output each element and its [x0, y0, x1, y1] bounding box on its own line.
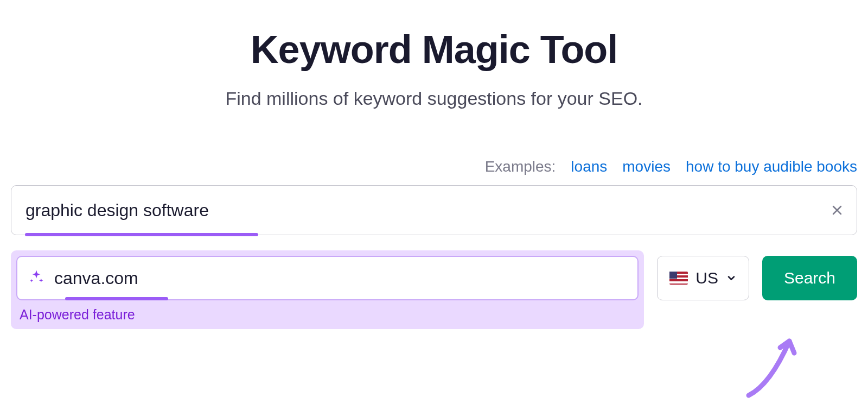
country-code: US	[695, 269, 718, 287]
search-button[interactable]: Search	[762, 256, 857, 300]
second-row: AI-powered feature US Search	[11, 250, 857, 329]
highlight-underline	[65, 297, 168, 300]
example-link-audible[interactable]: how to buy audible books	[686, 158, 857, 175]
sparkle-icon	[28, 269, 44, 287]
highlight-underline	[25, 233, 258, 236]
examples-row: Examples: loans movies how to buy audibl…	[11, 158, 857, 175]
example-link-loans[interactable]: loans	[571, 158, 607, 175]
ai-feature-box: AI-powered feature	[11, 250, 644, 329]
clear-icon[interactable]	[829, 202, 845, 218]
keyword-input-wrap	[11, 185, 857, 235]
ai-feature-label: AI-powered feature	[20, 307, 639, 323]
chevron-down-icon	[726, 269, 737, 287]
domain-input-wrap	[16, 256, 639, 300]
keyword-input[interactable]	[11, 185, 857, 235]
arrow-annotation-icon	[738, 325, 814, 401]
example-link-movies[interactable]: movies	[622, 158, 671, 175]
domain-input[interactable]	[54, 268, 627, 288]
page-title: Keyword Magic Tool	[11, 27, 857, 72]
page-subtitle: Find millions of keyword suggestions for…	[11, 88, 857, 109]
flag-us-icon	[669, 272, 688, 285]
country-select[interactable]: US	[657, 256, 749, 300]
examples-label: Examples:	[485, 158, 556, 175]
